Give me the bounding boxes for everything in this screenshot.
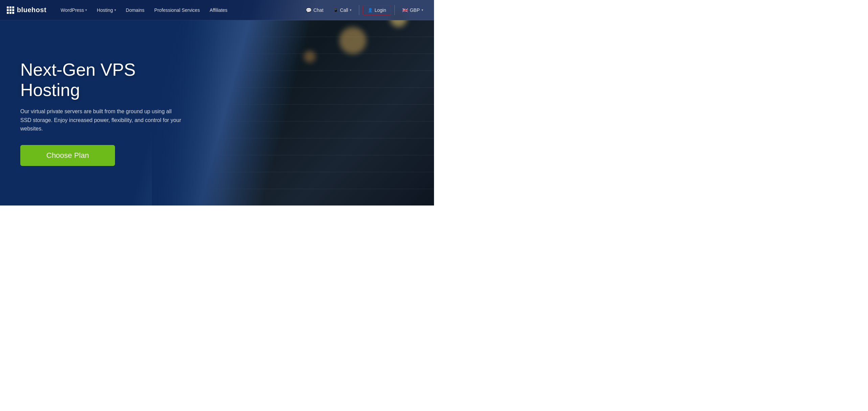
call-icon: 📱 xyxy=(333,8,338,13)
login-button[interactable]: 👤 Login xyxy=(363,5,391,15)
nav-professional-services-label: Professional Services xyxy=(154,7,200,13)
call-dropdown-arrow: ▾ xyxy=(350,8,351,12)
bokeh-light-1 xyxy=(339,27,366,54)
nav-hosting-label: Hosting xyxy=(97,7,113,13)
chat-label: Chat xyxy=(313,7,323,13)
header-divider-2 xyxy=(394,5,395,15)
header-left: bluehost WordPress ▾ Hosting ▾ Domains P… xyxy=(7,5,231,16)
bokeh-light-3 xyxy=(304,51,316,63)
nav-item-affiliates[interactable]: Affiliates xyxy=(206,5,232,16)
nav-wordpress-arrow: ▾ xyxy=(85,8,87,12)
chat-icon: 💬 xyxy=(306,7,312,13)
nav-item-hosting[interactable]: Hosting ▾ xyxy=(93,5,120,16)
nav-item-wordpress[interactable]: WordPress ▾ xyxy=(56,5,91,16)
header: bluehost WordPress ▾ Hosting ▾ Domains P… xyxy=(0,0,434,20)
header-divider-1 xyxy=(359,5,359,15)
currency-dropdown-arrow: ▾ xyxy=(421,8,423,12)
nav-item-professional-services[interactable]: Professional Services xyxy=(150,5,204,16)
hero-subtitle: Our virtual private servers are built fr… xyxy=(20,107,183,133)
logo-text: bluehost xyxy=(17,6,46,14)
logo[interactable]: bluehost xyxy=(7,6,46,14)
call-button[interactable]: 📱 Call ▾ xyxy=(329,5,356,16)
nav-wordpress-label: WordPress xyxy=(61,7,84,13)
header-right: 💬 Chat 📱 Call ▾ 👤 Login 🇬🇧 GBP ▾ xyxy=(302,5,427,16)
logo-grid-icon xyxy=(7,6,14,14)
choose-plan-button[interactable]: Choose Plan xyxy=(20,145,115,166)
nav-affiliates-label: Affiliates xyxy=(210,7,228,13)
page-wrapper: bluehost WordPress ▾ Hosting ▾ Domains P… xyxy=(0,0,434,206)
chat-button[interactable]: 💬 Chat xyxy=(302,5,327,16)
hero-title: Next-Gen VPS Hosting xyxy=(20,60,197,100)
nav-domains-label: Domains xyxy=(126,7,144,13)
login-label: Login xyxy=(374,7,386,13)
nav-item-domains[interactable]: Domains xyxy=(122,5,149,16)
currency-label: GBP xyxy=(410,7,420,13)
call-label: Call xyxy=(340,7,348,13)
hero-content: Next-Gen VPS Hosting Our virtual private… xyxy=(0,20,217,206)
login-icon: 👤 xyxy=(368,8,373,13)
currency-selector[interactable]: 🇬🇧 GBP ▾ xyxy=(398,5,427,16)
currency-flag-icon: 🇬🇧 xyxy=(402,7,408,13)
nav-hosting-arrow: ▾ xyxy=(114,8,116,12)
nav-menu: WordPress ▾ Hosting ▾ Domains Profession… xyxy=(56,5,231,16)
